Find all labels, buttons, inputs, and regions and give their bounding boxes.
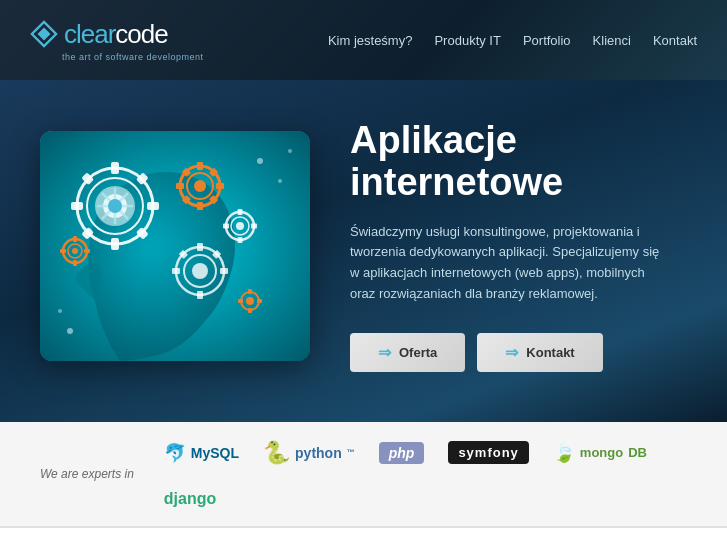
svg-point-33 (236, 222, 244, 230)
quote-mark-icon: " (20, 538, 45, 545)
logo-main: clearcode (30, 19, 204, 50)
python-snake-icon: 🐍 (263, 440, 290, 466)
svg-point-19 (108, 199, 122, 213)
svg-rect-42 (73, 260, 77, 266)
svg-rect-25 (176, 183, 184, 189)
contact-arrow-icon: ⇒ (505, 343, 518, 362)
svg-rect-23 (197, 162, 203, 170)
tech-logos: 🐬 MySQL 🐍 python™ php symfony 🍃 mongomon… (164, 440, 687, 508)
svg-rect-26 (216, 183, 224, 189)
svg-rect-48 (197, 243, 203, 251)
logo-text: clearcode (64, 19, 168, 50)
mysql-dolphin-icon: 🐬 (164, 442, 186, 464)
gear-illustration (40, 131, 310, 361)
logo-icon (30, 20, 58, 48)
hero-description: Świadczymy usługi konsultingowe, projekt… (350, 222, 670, 305)
hero-buttons: ⇒ Oferta ⇒ Kontakt (350, 333, 687, 372)
svg-rect-8 (71, 202, 83, 210)
nav-about[interactable]: Kim jesteśmy? (328, 33, 413, 48)
svg-point-22 (194, 180, 206, 192)
svg-rect-24 (197, 202, 203, 210)
mysql-logo: 🐬 MySQL (164, 442, 239, 464)
svg-point-55 (246, 297, 254, 305)
svg-rect-36 (223, 223, 229, 228)
svg-rect-34 (238, 209, 243, 215)
hero-title: Aplikacje internetowe (350, 120, 687, 204)
symfony-logo: symfony (448, 441, 528, 464)
svg-point-63 (58, 309, 62, 313)
svg-point-40 (72, 248, 78, 254)
offer-arrow-icon: ⇒ (378, 343, 391, 362)
nav-contact[interactable]: Kontakt (653, 33, 697, 48)
svg-point-64 (67, 328, 73, 334)
testimonial-section: " Clearcode to najbardziej profesjonalny… (0, 527, 727, 545)
expertise-bar: We are experts in 🐬 MySQL 🐍 python™ php … (0, 422, 727, 527)
php-logo: php (379, 442, 425, 464)
svg-rect-57 (248, 308, 252, 313)
nav-clients[interactable]: Klienci (593, 33, 631, 48)
svg-point-62 (288, 149, 292, 153)
svg-rect-44 (84, 249, 90, 253)
main-nav: Kim jesteśmy? Produkty IT Portfolio Klie… (328, 33, 697, 48)
header: clearcode the art of software developmen… (0, 0, 727, 80)
svg-rect-37 (251, 223, 257, 228)
mongodb-leaf-icon: 🍃 (553, 442, 575, 464)
nav-portfolio[interactable]: Portfolio (523, 33, 571, 48)
svg-rect-59 (257, 299, 262, 303)
svg-rect-58 (238, 299, 243, 303)
svg-point-61 (278, 179, 282, 183)
svg-rect-49 (197, 291, 203, 299)
svg-rect-35 (238, 237, 243, 243)
nav-products[interactable]: Produkty IT (434, 33, 500, 48)
svg-rect-9 (147, 202, 159, 210)
logo-area: clearcode the art of software developmen… (30, 19, 204, 62)
svg-point-60 (257, 158, 263, 164)
svg-rect-41 (73, 236, 77, 242)
svg-rect-50 (172, 268, 180, 274)
svg-rect-7 (111, 238, 119, 250)
svg-rect-6 (111, 162, 119, 174)
hero-section: Aplikacje internetowe Świadczymy usługi … (0, 80, 727, 422)
mongodb-logo: 🍃 mongomongoDBDB (553, 442, 647, 464)
offer-button[interactable]: ⇒ Oferta (350, 333, 465, 372)
django-logo: django (164, 490, 216, 508)
svg-marker-1 (37, 27, 50, 40)
hero-text: Aplikacje internetowe Świadczymy usługi … (350, 120, 687, 372)
python-logo: 🐍 python™ (263, 440, 355, 466)
svg-rect-56 (248, 289, 252, 294)
svg-rect-43 (60, 249, 66, 253)
expertise-label: We are experts in (40, 467, 134, 481)
contact-button[interactable]: ⇒ Kontakt (477, 333, 602, 372)
logo-tagline: the art of software development (62, 52, 204, 62)
svg-rect-51 (220, 268, 228, 274)
svg-point-47 (192, 263, 208, 279)
